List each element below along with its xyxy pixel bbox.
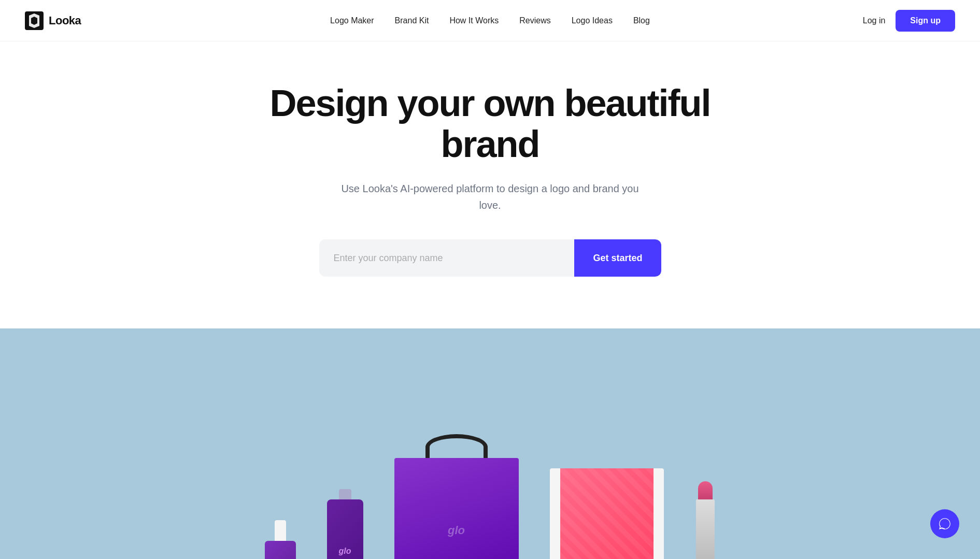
water-bottle-logo: glo: [339, 547, 351, 556]
signup-button[interactable]: Sign up: [896, 10, 955, 32]
login-button[interactable]: Log in: [863, 16, 886, 25]
water-bottle-body: glo: [327, 499, 363, 559]
nav-logo-maker[interactable]: Logo Maker: [330, 16, 374, 25]
lipstick-body: [696, 499, 715, 559]
navbar-actions: Log in Sign up: [863, 10, 955, 32]
company-name-input[interactable]: [319, 239, 575, 277]
bag-body: glo: [394, 458, 519, 559]
nav-brand-kit[interactable]: Brand Kit: [395, 16, 429, 25]
nav-blog[interactable]: Blog: [633, 16, 650, 25]
hero-form: Get started: [319, 239, 661, 277]
water-bottle-cap: [339, 489, 351, 499]
bag-logo: glo: [448, 524, 465, 537]
main-nav: Logo Maker Brand Kit How It Works Review…: [330, 16, 650, 25]
envelope-pattern: [560, 468, 654, 559]
hero-subtitle: Use Looka's AI-powered platform to desig…: [330, 180, 651, 213]
nav-logo-ideas[interactable]: Logo Ideas: [572, 16, 613, 25]
nail-polish-item: glo: [265, 520, 296, 559]
nav-reviews[interactable]: Reviews: [519, 16, 550, 25]
product-items: glo glo glo glo: [127, 434, 853, 559]
get-started-button[interactable]: Get started: [574, 239, 661, 277]
chat-button[interactable]: [930, 509, 959, 538]
navbar: Looka Logo Maker Brand Kit How It Works …: [0, 0, 980, 41]
envelope: glo: [550, 468, 664, 559]
looka-logo-icon: [25, 11, 44, 30]
logo[interactable]: Looka: [25, 11, 81, 30]
shopping-bag-item: glo: [394, 434, 519, 559]
product-section: glo glo glo glo: [0, 328, 980, 559]
nail-polish-bottle: glo: [265, 541, 296, 559]
envelope-card: [560, 468, 654, 559]
lipstick-tip: [698, 481, 713, 499]
lipstick-item: [695, 481, 716, 559]
hero-title: Design your own beautiful brand: [257, 83, 723, 165]
nail-polish-cap: [275, 520, 286, 541]
chat-icon: [938, 517, 951, 531]
logo-text: Looka: [49, 14, 81, 27]
nav-how-it-works[interactable]: How It Works: [449, 16, 499, 25]
water-bottle-item: glo: [327, 489, 363, 559]
hero-section: Design your own beautiful brand Use Look…: [0, 41, 980, 328]
envelope-item: glo: [550, 468, 664, 559]
bag-handle: [425, 434, 488, 460]
